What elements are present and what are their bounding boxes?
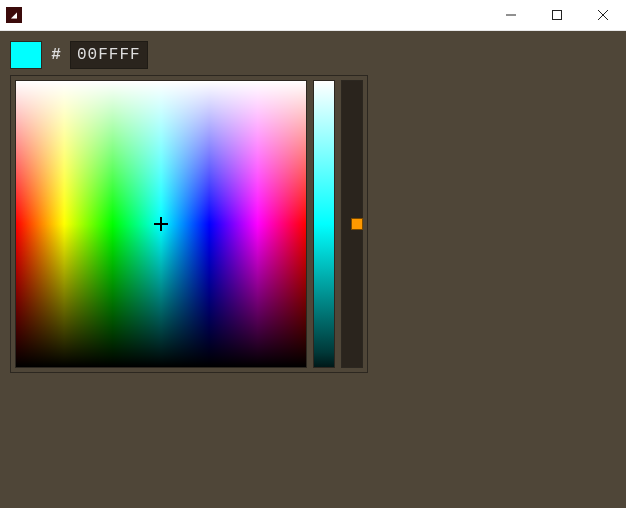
hex-row: # 00FFFF xyxy=(10,41,616,69)
maximize-icon xyxy=(552,10,562,20)
close-button[interactable] xyxy=(580,0,626,30)
secondary-slider[interactable] xyxy=(341,80,363,368)
window-controls xyxy=(488,0,626,30)
maximize-button[interactable] xyxy=(534,0,580,30)
titlebar-left: ◢ xyxy=(0,7,28,23)
hash-label: # xyxy=(44,41,68,69)
titlebar: ◢ xyxy=(0,0,626,31)
client-area: # 00FFFF xyxy=(0,31,626,508)
spectrum-area[interactable] xyxy=(15,80,307,368)
svg-rect-1 xyxy=(553,11,562,20)
slider-handle-icon[interactable] xyxy=(351,218,363,230)
color-swatch[interactable] xyxy=(10,41,42,69)
crosshair-icon xyxy=(154,217,168,231)
app-glyph: ◢ xyxy=(11,9,17,21)
minimize-button[interactable] xyxy=(488,0,534,30)
picker-frame xyxy=(10,75,368,373)
hex-value: 00FFFF xyxy=(77,46,141,64)
close-icon xyxy=(598,10,608,20)
app-icon: ◢ xyxy=(6,7,22,23)
hex-input[interactable]: 00FFFF xyxy=(70,41,148,69)
lightness-slider[interactable] xyxy=(313,80,335,368)
minimize-icon xyxy=(506,10,516,20)
